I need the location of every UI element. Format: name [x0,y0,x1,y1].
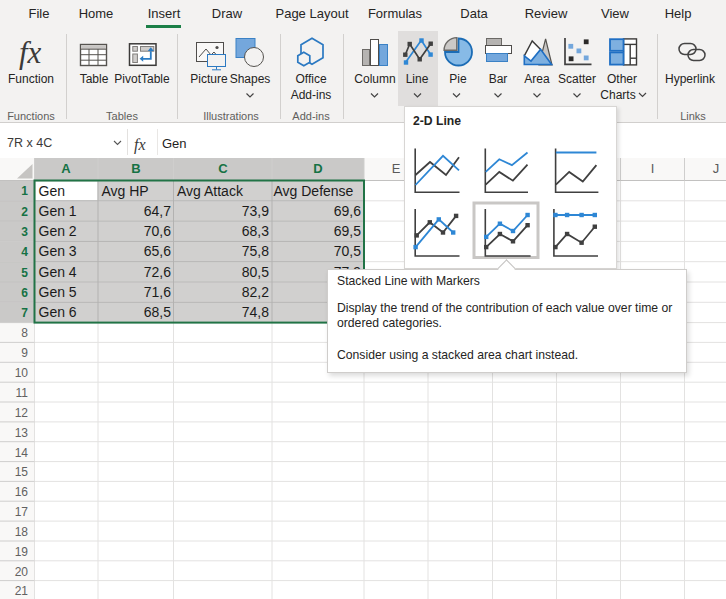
svg-text:Gen 1: Gen 1 [39,203,77,219]
svg-text:2: 2 [21,205,28,219]
svg-text:Avg HP: Avg HP [102,183,149,199]
svg-text:70,5: 70,5 [334,243,361,259]
svg-text:10: 10 [15,366,29,380]
svg-text:20: 20 [15,565,29,579]
svg-text:8: 8 [21,326,28,340]
svg-text:4: 4 [21,245,28,259]
svg-text:11: 11 [16,386,29,400]
svg-text:16: 16 [15,485,29,499]
svg-text:17: 17 [15,505,29,519]
svg-text:3: 3 [21,225,28,239]
svg-text:65,6: 65,6 [144,243,171,259]
svg-text:15: 15 [15,465,29,479]
svg-text:71,6: 71,6 [144,284,171,300]
svg-text:73,9: 73,9 [242,203,269,219]
svg-text:Gen 3: Gen 3 [39,243,77,259]
svg-text:82,2: 82,2 [242,284,269,300]
svg-text:I: I [651,161,655,176]
svg-text:80,5: 80,5 [242,264,269,280]
svg-text:64,7: 64,7 [144,203,171,219]
svg-text:E: E [392,161,401,176]
svg-text:72,6: 72,6 [144,264,171,280]
svg-text:B: B [131,161,140,176]
svg-text:18: 18 [15,525,29,539]
svg-text:19: 19 [15,545,29,559]
svg-text:1: 1 [21,184,28,198]
svg-text:fx: fx [19,35,42,70]
svg-text:D: D [313,161,322,176]
svg-text:12: 12 [15,406,29,420]
svg-text:75,8: 75,8 [242,243,269,259]
svg-text:69,5: 69,5 [334,223,361,239]
svg-text:J: J [713,161,720,176]
svg-text:74,8: 74,8 [242,304,269,320]
svg-text:C: C [218,161,228,176]
svg-text:7: 7 [21,306,28,320]
svg-text:fx: fx [134,136,146,154]
svg-text:69,6: 69,6 [334,203,361,219]
svg-text:5: 5 [21,266,28,280]
svg-text:Gen: Gen [39,183,65,199]
svg-text:70,6: 70,6 [144,223,171,239]
svg-text:A: A [61,161,71,176]
svg-text:Avg Defense: Avg Defense [274,183,354,199]
svg-text:21: 21 [15,584,29,598]
svg-text:Gen 4: Gen 4 [39,264,77,280]
svg-text:13: 13 [15,426,29,440]
svg-text:14: 14 [15,446,29,460]
svg-text:Avg Attack: Avg Attack [177,183,244,199]
svg-text:68,3: 68,3 [242,223,269,239]
svg-text:Gen 2: Gen 2 [39,223,77,239]
svg-text:6: 6 [21,286,28,300]
svg-text:Gen 5: Gen 5 [39,284,77,300]
svg-text:Gen 6: Gen 6 [39,304,77,320]
svg-text:68,5: 68,5 [144,304,171,320]
svg-text:9: 9 [21,346,28,360]
